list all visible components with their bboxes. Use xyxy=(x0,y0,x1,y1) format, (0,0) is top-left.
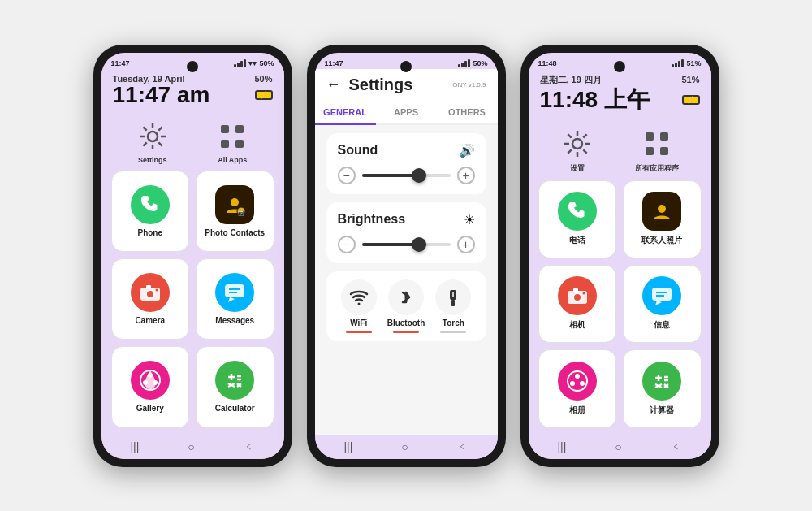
nav-back-btn[interactable]: ﹤ xyxy=(244,440,255,454)
svg-point-0 xyxy=(148,132,158,141)
app-calculator-3[interactable]: 计算器 xyxy=(623,349,702,427)
tab-others[interactable]: OTHERS xyxy=(437,101,498,123)
signal-icon-3 xyxy=(672,59,684,67)
brightness-title: Brightness xyxy=(338,212,406,227)
photo-contacts-icon: 📷 xyxy=(215,185,254,224)
time-text-3: 11:48 上午 xyxy=(540,84,650,115)
svg-text:📷: 📷 xyxy=(238,209,245,216)
all-apps-icon xyxy=(215,119,249,154)
brightness-slider-row: − + xyxy=(338,236,475,253)
svg-point-35 xyxy=(357,302,360,305)
messages-label: Messages xyxy=(215,316,254,325)
signal-icon-2 xyxy=(458,59,470,67)
app-photo-contacts[interactable]: 📷 Photo Contacts xyxy=(196,171,274,252)
nav-home-btn-3[interactable]: ○ xyxy=(615,440,621,453)
app-photo-contacts-3[interactable]: 联系人照片 xyxy=(623,180,702,258)
svg-point-26 xyxy=(153,380,158,385)
wifi-label: WiFi xyxy=(350,318,367,327)
bluetooth-toggle[interactable]: Bluetooth xyxy=(385,279,427,333)
phone-3-header: 星期二, 19 四月 51% 11:48 上午 ⚡ xyxy=(529,69,711,122)
sound-decrease-btn[interactable]: − xyxy=(338,167,356,184)
brightness-icon: ☀ xyxy=(464,212,475,227)
app-gallery-3[interactable]: 相册 xyxy=(538,349,617,427)
torch-toggle-bar xyxy=(440,331,466,333)
svg-line-46 xyxy=(583,149,586,153)
phone-app-label: Phone xyxy=(137,228,162,237)
photo-contacts-label-3: 联系人照片 xyxy=(641,235,682,246)
messages-icon xyxy=(215,273,254,312)
app-camera-3[interactable]: 相机 xyxy=(538,265,617,343)
app-messages-3[interactable]: 信息 xyxy=(623,265,702,343)
svg-line-8 xyxy=(143,142,146,145)
time-text: 11:47 am xyxy=(113,82,210,108)
svg-point-53 xyxy=(658,205,666,213)
svg-point-63 xyxy=(570,381,575,386)
signal-icon xyxy=(234,59,246,67)
bluetooth-label: Bluetooth xyxy=(387,318,425,327)
settings-tabs: GENERAL APPS OTHERS xyxy=(315,101,498,125)
calculator-label-3: 计算器 xyxy=(650,405,674,416)
nav-back-btn-3[interactable]: ﹤ xyxy=(671,440,682,454)
nav-home-btn[interactable]: ○ xyxy=(188,440,194,453)
tab-general[interactable]: GENERAL xyxy=(315,101,376,125)
app-camera[interactable]: Camera xyxy=(111,258,190,340)
app-gallery[interactable]: Gallery xyxy=(111,346,190,427)
phone-label-3: 电话 xyxy=(569,235,585,246)
nav-menu-btn[interactable]: ||| xyxy=(130,440,139,453)
phone-3-notch xyxy=(614,61,625,72)
all-apps-shortcut[interactable]: All Apps xyxy=(215,119,249,164)
tab-apps[interactable]: APPS xyxy=(376,101,437,123)
svg-rect-18 xyxy=(146,285,151,288)
app-phone[interactable]: Phone xyxy=(111,171,190,252)
battery-pct-3: 51% xyxy=(686,59,701,67)
all-apps-label-3: 所有应用程序 xyxy=(635,163,679,174)
sound-increase-btn[interactable]: + xyxy=(457,167,475,184)
torch-label: Torch xyxy=(443,318,464,327)
photo-contacts-icon-3 xyxy=(642,192,681,231)
gallery-label: Gallery xyxy=(136,404,164,413)
photo-contacts-label: Photo Contacts xyxy=(205,228,265,237)
svg-rect-58 xyxy=(652,288,672,301)
sound-card: Sound 🔊 − + xyxy=(326,133,486,194)
bluetooth-toggle-bar xyxy=(393,331,419,333)
nav-menu-btn-3[interactable]: ||| xyxy=(557,440,566,453)
settings-shortcut-3[interactable]: 设置 xyxy=(560,127,594,174)
torch-toggle[interactable]: Torch xyxy=(432,279,474,333)
status-time-2: 11:47 xyxy=(325,59,343,67)
svg-line-47 xyxy=(583,134,586,137)
wifi-toggle-bar xyxy=(346,331,372,333)
battery-charging-icon-3: ⚡ xyxy=(682,95,700,105)
settings-icon-3 xyxy=(560,127,594,161)
brightness-increase-btn[interactable]: + xyxy=(457,236,475,253)
battery-text: 50% xyxy=(259,59,274,67)
wifi-toggle[interactable]: WiFi xyxy=(338,279,380,333)
phone-2: 11:47 50% ← Settings ONY v1.0.9 xyxy=(307,45,506,467)
phone-1-screen: 11:47 ▾▾ 50% Tuesday, 19 April 50% xyxy=(102,53,284,459)
settings-screen: ← Settings ONY v1.0.9 GENERAL APPS OTHER… xyxy=(315,69,498,435)
phone-2-screen: 11:47 50% ← Settings ONY v1.0.9 xyxy=(315,53,498,459)
back-button[interactable]: ← xyxy=(326,76,341,93)
svg-point-57 xyxy=(582,292,585,295)
settings-content: Sound 🔊 − + xyxy=(315,125,498,435)
brightness-slider-track[interactable] xyxy=(362,243,451,246)
time-line-3: 11:48 上午 ⚡ xyxy=(540,84,700,115)
calculator-icon xyxy=(215,361,254,400)
svg-rect-10 xyxy=(235,125,244,133)
phone-1: 11:47 ▾▾ 50% Tuesday, 19 April 50% xyxy=(93,45,292,467)
svg-point-25 xyxy=(143,380,148,385)
app-phone-3[interactable]: 电话 xyxy=(538,180,617,258)
nav-home-btn-2[interactable]: ○ xyxy=(401,440,408,453)
nav-menu-btn-2[interactable]: ||| xyxy=(343,440,352,453)
app-calculator[interactable]: Calculator xyxy=(196,346,274,427)
phone-2-nav: ||| ○ ﹤ xyxy=(315,435,498,459)
svg-point-13 xyxy=(231,198,239,206)
nav-back-btn-2[interactable]: ﹤ xyxy=(457,440,469,454)
sound-slider-track[interactable] xyxy=(362,174,451,177)
svg-rect-51 xyxy=(646,147,654,155)
settings-shortcut[interactable]: Settings xyxy=(136,119,170,164)
svg-point-40 xyxy=(572,139,582,149)
app-messages[interactable]: Messages xyxy=(196,258,274,340)
wifi-icon: ▾▾ xyxy=(248,59,257,67)
brightness-decrease-btn[interactable]: − xyxy=(338,236,356,253)
all-apps-shortcut-3[interactable]: 所有应用程序 xyxy=(635,127,679,174)
